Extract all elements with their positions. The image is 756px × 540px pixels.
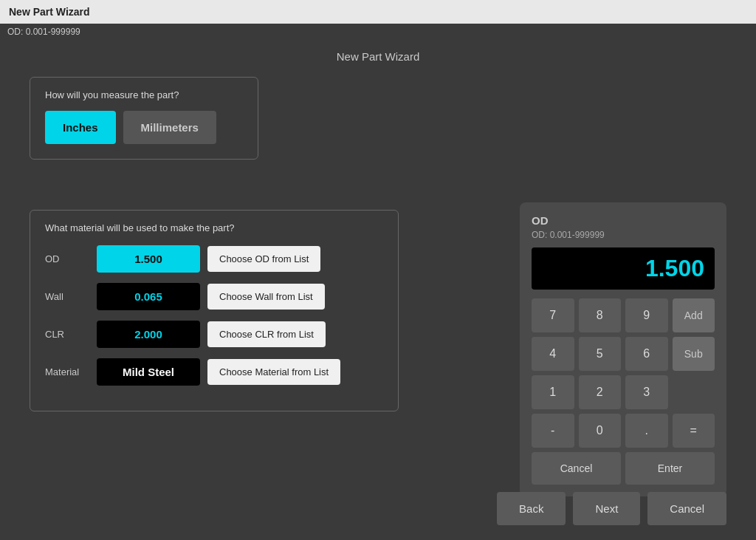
wall-row: Wall 0.065 Choose Wall from List [45,283,383,310]
od-value[interactable]: 1.500 [97,245,200,273]
choose-material-button[interactable]: Choose Material from List [207,359,340,385]
numpad-3[interactable]: 3 [625,375,668,409]
measure-section: How will you measure the part? Inches Mi… [30,77,258,160]
numpad-title: OD [532,214,715,227]
numpad-add[interactable]: Add [673,298,715,332]
bottom-nav: Back Next Cancel [497,492,726,525]
millimeters-button[interactable]: Millimeters [123,111,216,144]
clr-value[interactable]: 2.000 [97,321,200,348]
choose-clr-button[interactable]: Choose CLR from List [207,321,326,347]
numpad-4[interactable]: 4 [532,337,574,371]
numpad-minus[interactable]: - [532,414,574,448]
cancel-button[interactable]: Cancel [647,492,726,525]
measure-label: How will you measure the part? [45,89,243,100]
numpad-dot[interactable]: . [625,414,668,448]
numpad-2[interactable]: 2 [579,375,622,409]
material-row: Material Mild Steel Choose Material from… [45,358,383,386]
material-label: Material [45,366,89,377]
od-label: OD [45,253,89,264]
numpad-1[interactable]: 1 [532,375,574,409]
numpad-0[interactable]: 0 [579,414,622,448]
numpad-6[interactable]: 6 [625,337,668,371]
clr-label: CLR [45,329,89,340]
next-button[interactable]: Next [573,492,640,525]
numpad-7[interactable]: 7 [532,298,574,332]
numpad-cancel[interactable]: Cancel [532,452,621,485]
choose-wall-button[interactable]: Choose Wall from List [207,284,325,310]
numpad-sub[interactable]: Sub [673,337,715,371]
numpad-equals[interactable]: = [673,414,715,448]
wall-label: Wall [45,291,89,302]
numpad-range: OD: 0.001-999999 [532,230,715,240]
wall-value[interactable]: 0.065 [97,283,200,310]
od-row: OD 1.500 Choose OD from List [45,245,383,273]
inches-button[interactable]: Inches [45,111,116,144]
material-value[interactable]: Mild Steel [97,358,200,386]
numpad-5[interactable]: 5 [579,337,622,371]
page-title: New Part Wizard [337,50,420,63]
window-title: New Part Wizard [9,6,90,18]
choose-od-button[interactable]: Choose OD from List [207,246,320,272]
od-range-label: OD: 0.001-999999 [7,27,80,37]
numpad-9[interactable]: 9 [625,298,668,332]
back-button[interactable]: Back [497,492,566,525]
material-section-label: What material will be used to make the p… [45,222,383,233]
numpad-enter[interactable]: Enter [625,452,715,485]
numpad-panel: OD OD: 0.001-999999 1.500 7 8 9 Add 4 5 … [520,202,726,496]
material-section: What material will be used to make the p… [30,210,399,411]
numpad-8[interactable]: 8 [579,298,622,332]
numpad-display: 1.500 [532,247,715,290]
clr-row: CLR 2.000 Choose CLR from List [45,321,383,348]
numpad-display-value: 1.500 [645,255,704,281]
